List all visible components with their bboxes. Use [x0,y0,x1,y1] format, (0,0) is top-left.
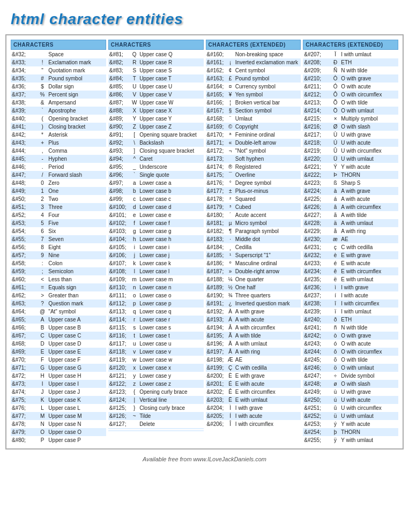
char-code: &#218; [303,139,331,147]
char-description: Five [47,219,106,227]
char-symbol: § [226,107,234,115]
char-symbol: × [331,115,340,123]
table-row: &#232;èE with grave [303,251,398,259]
char-description: "At" symbol [47,308,106,316]
char-symbol: 0 [38,179,48,187]
char-code: &#190; [206,291,227,299]
char-code: &#85; [108,83,131,91]
char-description: I with acute [340,291,398,299]
table-row: &#218;ÚU with acute [303,139,398,147]
table-row: &#52;4Four [11,211,106,219]
char-symbol: Ò [331,74,340,83]
char-symbol: v [130,348,138,356]
char-symbol: n [130,283,138,291]
char-symbol: ì [331,283,340,291]
table-row: &#94;^Caret [108,155,204,163]
char-description: Greater than [47,291,106,299]
char-symbol: K [38,396,48,404]
char-code: &#96; [108,171,131,179]
char-description: THORN [340,428,398,436]
char-symbol: ø [331,380,340,388]
table-row: &#91;[Opening square bracket [108,131,204,139]
char-symbol: P [38,436,48,444]
char-code: &#73; [11,380,38,388]
char-symbol: ¡ [226,58,234,66]
char-description: One quarter [234,275,301,283]
char-symbol: ° [226,179,234,187]
table-row: &#116;tLower case t [108,332,204,340]
char-symbol: « [226,139,234,147]
char-symbol: Ê [226,388,234,396]
char-symbol: õ [331,356,340,364]
char-symbol: , [38,147,48,155]
char-code: &#234; [303,267,331,275]
char-code: &#198; [206,356,227,364]
char-description: Apostrophe [47,107,106,115]
char-description: Paragraph symbol [234,227,301,235]
char-symbol: z [130,380,138,388]
char-code: &#167; [206,107,227,115]
char-code: &#68; [11,340,38,348]
table-row: &#210;ÒO with grave [303,74,398,83]
char-description: A with tilde [234,332,301,340]
table-row: &#235;ëE with umlaut [303,275,398,283]
char-description: A with circumflex [340,203,398,211]
table-row: &#229;åA with ring [303,227,398,235]
char-code: &#203; [206,396,227,404]
table-row: &#233;éE with acute [303,259,398,267]
char-description: U with umlaut [340,155,398,163]
char-code: &#50; [11,195,38,203]
char-code: &#216; [303,123,331,131]
char-description: Dollar sign [47,83,106,91]
char-code: &#75; [11,396,38,404]
char-code: &#222; [303,171,331,179]
table-row: &#189;½One half [206,283,301,291]
table-row: &#201;ÉE with acute [206,380,301,388]
table-row: &#185;¹Superscript "1" [206,251,301,259]
table-row: &#126;~Tilde [108,412,204,420]
char-description: U with grave [340,388,398,396]
char-code: &#64; [11,308,38,316]
char-code: &#127; [108,420,131,428]
table-row: &#81;QUpper case Q [108,50,204,58]
char-symbol: ( [38,115,48,123]
table-row: &#124;|Vertical line [108,396,204,404]
char-symbol: y [130,372,138,380]
char-code: &#228; [303,219,331,227]
char-code: &#82; [108,58,131,66]
char-code: &#243; [303,340,331,348]
char-description: Equals sign [47,283,106,291]
char-description: Upper case F [47,356,106,364]
char-description: Opening curly brace [138,388,203,396]
char-description: Upper case T [138,74,203,83]
char-symbol: N [38,420,48,428]
char-symbol: V [130,91,138,99]
table-row: &#38;&Ampersand [11,99,106,107]
char-description: Upper case M [47,412,106,420]
char-description: Lower case z [138,380,203,388]
char-description: N with tilde [340,324,398,332]
char-description: A with umlaut [234,340,301,348]
table-row: &#89;YUpper case Y [108,115,204,123]
char-code: &#41; [11,123,38,131]
char-description: O with tilde [340,356,398,364]
table-row: &#85;UUpper case U [108,83,204,91]
char-symbol: r [130,316,138,324]
char-symbol: ÷ [331,372,340,380]
char-code: &#105; [108,243,131,251]
char-code: &#77; [11,412,38,420]
char-symbol: g [130,227,138,235]
char-code: &#39; [11,107,38,115]
table-row: &#199;ÇC with cedilla [206,364,301,372]
char-code: &#236; [303,283,331,291]
char-symbol: 4 [38,211,48,219]
table-row: &#101;eLower case e [108,211,204,219]
char-description: Divide symbol [340,372,398,380]
char-symbol: · [226,235,234,243]
footer-text: Available free from www.ILoveJackDaniels… [5,456,404,462]
char-description: E with grave [340,251,398,259]
char-description: Lower case x [138,364,203,372]
table-row: &#105;iLower case i [108,243,204,251]
char-symbol: Ã [226,332,234,340]
char-description: Cedilla [234,243,301,251]
